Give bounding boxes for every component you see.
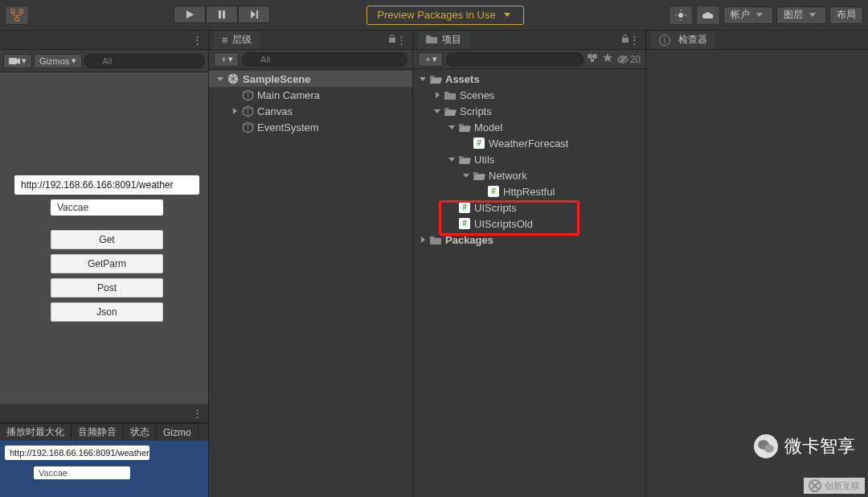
chevron-down-icon[interactable] — [447, 122, 457, 132]
svg-point-21 — [592, 54, 597, 59]
tree-label: Assets — [445, 73, 480, 85]
camera-icon[interactable]: ▾ — [3, 54, 32, 68]
tree-row[interactable]: Network — [413, 167, 645, 183]
tree-row[interactable]: Model — [413, 119, 645, 135]
pause-button[interactable] — [206, 6, 238, 23]
kebab-icon[interactable]: ⋮ — [629, 34, 641, 46]
game-tab-stats[interactable]: 状态 — [124, 424, 157, 441]
sun-icon[interactable] — [669, 6, 693, 25]
get-button[interactable]: Get — [51, 230, 163, 249]
tree-label: HttpRestful — [503, 186, 555, 198]
preview-packages-pill[interactable]: Preview Packages in Use — [366, 6, 523, 25]
svg-point-6 — [678, 13, 683, 18]
tree-row[interactable]: SampleScene — [209, 71, 412, 87]
folder-open-icon — [473, 169, 485, 182]
wechat-icon — [754, 434, 778, 458]
game-viewport[interactable]: http://192.168.66.166:8091/weather Vacca… — [0, 441, 208, 497]
getparm-button[interactable]: GetParm — [51, 254, 163, 273]
lock-icon[interactable] — [388, 34, 396, 46]
project-tab[interactable]: 项目 — [418, 31, 469, 49]
layers-dropdown[interactable]: 图层 — [776, 6, 826, 24]
preview-packages-label: Preview Packages in Use — [377, 9, 495, 21]
project-search-input[interactable] — [446, 52, 583, 67]
tree-row[interactable]: Scenes — [413, 87, 645, 103]
folder-open-icon — [458, 153, 471, 166]
chevron-down-icon[interactable] — [215, 74, 225, 84]
add-button[interactable]: ＋▾ — [214, 52, 239, 67]
svg-rect-22 — [591, 59, 594, 62]
tree-row[interactable]: #HttpRestful — [413, 183, 645, 199]
chevron-down-icon[interactable] — [418, 74, 428, 84]
game-tab-mute[interactable]: 音频静音 — [72, 424, 124, 441]
svg-rect-17 — [622, 38, 628, 43]
kebab-icon[interactable]: ⋮ — [192, 34, 203, 46]
tool-btn[interactable] — [5, 6, 29, 25]
tree-row[interactable]: #WeatherForecast — [413, 135, 645, 151]
step-button[interactable] — [238, 6, 270, 23]
add-button[interactable]: ＋▾ — [418, 52, 443, 67]
chevron-down-icon[interactable] — [432, 106, 442, 116]
tree-row[interactable]: EventSystem — [209, 119, 412, 135]
folder-icon — [444, 88, 457, 101]
chevron-down-icon[interactable] — [447, 154, 457, 164]
cloud-icon[interactable] — [696, 6, 720, 25]
favorite-icon[interactable] — [603, 53, 612, 65]
inspector-tab[interactable]: i 检查器 — [651, 31, 715, 49]
hierarchy-tab[interactable]: ≡层级 — [214, 31, 260, 49]
scene-search-input[interactable] — [84, 54, 205, 68]
chevron-right-icon[interactable] — [418, 235, 428, 244]
scene-toolbar: ▾ Gizmos▾ — [0, 50, 208, 72]
chevron-right-icon[interactable] — [432, 90, 442, 100]
tree-row[interactable]: Scripts — [413, 103, 645, 119]
svg-rect-5 — [256, 10, 258, 18]
info-icon: i — [659, 35, 670, 46]
project-panel: 项目 ⋮ ＋▾ 20 AssetsScenesScriptsModel#Weat… — [413, 31, 646, 497]
hidden-icon[interactable]: 20 — [617, 54, 641, 65]
folder-open-icon — [458, 121, 471, 133]
svg-point-20 — [588, 54, 592, 59]
post-button[interactable]: Post — [51, 278, 163, 298]
play-button[interactable] — [174, 6, 206, 23]
annotation-highlight — [439, 200, 579, 236]
hierarchy-tree[interactable]: SampleSceneMain CameraCanvasEventSystem — [209, 69, 412, 137]
folder-open-icon — [444, 105, 457, 117]
tree-row[interactable]: Assets — [413, 71, 645, 87]
game-name-input[interactable]: Vaccae — [34, 466, 130, 479]
chevron-right-icon[interactable] — [230, 106, 240, 116]
hierarchy-search-input[interactable] — [242, 52, 407, 67]
svg-rect-0 — [11, 10, 14, 13]
tree-row[interactable]: Main Camera — [209, 87, 412, 103]
account-dropdown[interactable]: 帐户 — [723, 6, 773, 24]
tree-label: Canvas — [257, 105, 293, 117]
game-tab-gizmo[interactable]: Gizmo — [157, 425, 199, 440]
folder-open-icon — [429, 72, 442, 85]
game-tab-maximize[interactable]: 播放时最大化 — [0, 424, 72, 441]
game-url-input[interactable]: http://192.168.66.166:8091/weather — [5, 446, 149, 460]
lock-icon[interactable] — [621, 34, 629, 46]
gizmos-dropdown[interactable]: Gizmos▾ — [34, 54, 82, 68]
tree-label: Scenes — [460, 89, 494, 101]
game-tabbar: 播放时最大化 音频静音 状态 Gizmo — [0, 423, 208, 441]
svg-rect-4 — [223, 10, 225, 18]
filter-icon[interactable] — [587, 53, 598, 65]
chevron-down-icon — [502, 10, 512, 20]
chevron-down-icon[interactable] — [461, 170, 471, 180]
layout-dropdown[interactable]: 布局 — [829, 6, 863, 24]
gameobject-icon — [241, 121, 254, 133]
url-input[interactable]: http://192.168.66.166:8091/weather — [14, 175, 199, 195]
svg-rect-3 — [219, 10, 221, 18]
gameobject-icon — [241, 88, 254, 101]
kebab-icon[interactable]: ⋮ — [192, 407, 203, 419]
tree-row[interactable]: Canvas — [209, 103, 412, 119]
scene-viewport[interactable]: http://192.168.66.166:8091/weather Vacca… — [0, 72, 208, 404]
hierarchy-panel: ≡层级 ⋮ ＋▾ SampleSceneMain CameraCanvasEve… — [209, 31, 413, 497]
kebab-icon[interactable]: ⋮ — [396, 34, 407, 46]
svg-rect-14 — [389, 38, 395, 43]
tree-row[interactable]: Utils — [413, 151, 645, 167]
tree-label: EventSystem — [257, 121, 319, 133]
gameobject-icon — [241, 105, 254, 117]
name-input[interactable]: Vaccae — [51, 199, 163, 216]
wechat-watermark: 微卡智享 — [754, 434, 855, 458]
tree-label: Model — [474, 121, 502, 133]
json-button[interactable]: Json — [51, 302, 163, 322]
